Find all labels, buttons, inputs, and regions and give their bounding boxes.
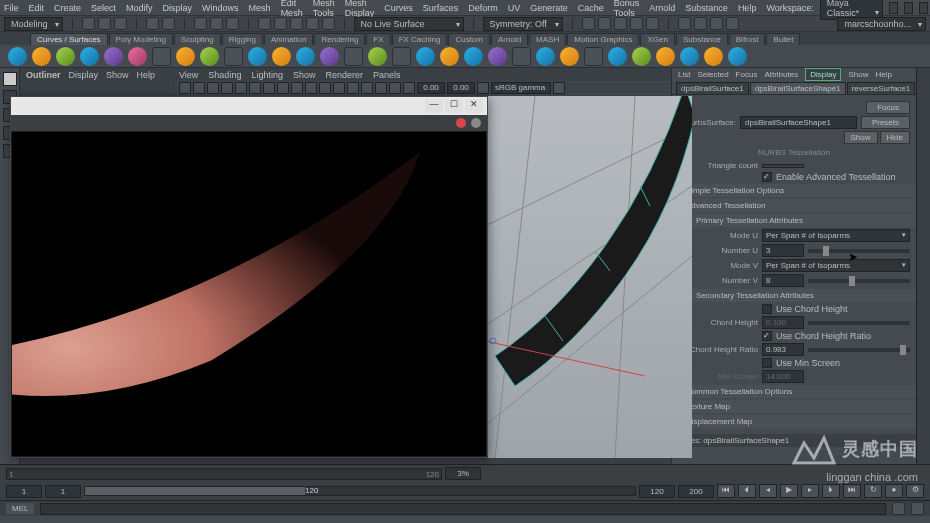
shelf-tab-fx[interactable]: FX xyxy=(366,33,390,45)
advtess-checkbox[interactable] xyxy=(762,172,772,182)
menu-substance[interactable]: Substance xyxy=(685,3,728,13)
vp-view[interactable]: View xyxy=(179,70,198,80)
vp-icon[interactable] xyxy=(277,82,289,94)
range-end[interactable]: 120 xyxy=(639,485,675,498)
menu-mesh[interactable]: Mesh xyxy=(249,3,271,13)
autokey-icon[interactable]: ● xyxy=(885,484,903,498)
stepfwd-icon[interactable]: ⏵ xyxy=(822,484,840,498)
render-titlebar[interactable]: — ☐ ✕ xyxy=(11,97,487,115)
vp-icon[interactable] xyxy=(305,82,317,94)
vp-icon[interactable] xyxy=(319,82,331,94)
shelf-tab-mash[interactable]: MASH xyxy=(529,33,566,45)
shelf-icon[interactable] xyxy=(464,47,483,66)
render-icon[interactable] xyxy=(614,17,627,30)
shelf-icon[interactable] xyxy=(512,47,531,66)
shelf-icon[interactable] xyxy=(416,47,435,66)
node-tab[interactable]: reverseSurface1 xyxy=(847,82,916,94)
min-button[interactable] xyxy=(889,2,898,14)
shelf-icon[interactable] xyxy=(728,47,747,66)
vp-icon[interactable] xyxy=(389,82,401,94)
menu-edit[interactable]: Edit xyxy=(29,3,45,13)
sel-hier-icon[interactable] xyxy=(194,17,207,30)
minscreen-checkbox[interactable] xyxy=(762,358,772,368)
shelf-icon[interactable] xyxy=(704,47,723,66)
snap-plane-icon[interactable] xyxy=(306,17,319,30)
file-save-icon[interactable] xyxy=(114,17,127,30)
attr-selected[interactable]: Selected xyxy=(697,70,728,79)
menu-display[interactable]: Display xyxy=(163,3,193,13)
shelf-icon[interactable] xyxy=(224,47,243,66)
shelf-icon[interactable] xyxy=(440,47,459,66)
vp-icon[interactable] xyxy=(333,82,345,94)
stepback-icon[interactable]: ⏴ xyxy=(738,484,756,498)
sec-advanced[interactable]: Advanced Tessellation xyxy=(672,199,916,212)
ratio-checkbox[interactable] xyxy=(762,331,772,341)
help-line-icon[interactable] xyxy=(911,502,924,515)
menu-cache[interactable]: Cache xyxy=(578,3,604,13)
record-icon[interactable] xyxy=(456,118,466,128)
numv-slider[interactable] xyxy=(808,279,910,283)
outliner-help[interactable]: Help xyxy=(137,70,156,80)
max-button[interactable] xyxy=(904,2,913,14)
show-button[interactable]: Show xyxy=(844,131,878,144)
node-tab[interactable]: dpsBirailSurface1 xyxy=(676,82,749,94)
persp-viewport[interactable] xyxy=(485,96,692,458)
shelf-tab-custom[interactable]: Custom xyxy=(448,33,490,45)
shelf-icon[interactable] xyxy=(560,47,579,66)
vp-icon[interactable] xyxy=(249,82,261,94)
sec-texmap[interactable]: Texture Map xyxy=(672,400,916,413)
shelf-icon[interactable] xyxy=(152,47,171,66)
menu-file[interactable]: File xyxy=(4,3,19,13)
vp-icon[interactable] xyxy=(375,82,387,94)
vp-icon[interactable] xyxy=(179,82,191,94)
gear-icon[interactable] xyxy=(471,118,481,128)
range-start2[interactable]: 1 xyxy=(45,485,81,498)
modev-dropdown[interactable]: Per Span # of Isoparms xyxy=(762,259,910,272)
shelf-icon[interactable] xyxy=(536,47,555,66)
vp-icon[interactable] xyxy=(263,82,275,94)
range-track[interactable]: 120 xyxy=(84,486,636,496)
attr-list[interactable]: List xyxy=(678,70,690,79)
shelf-icon[interactable] xyxy=(608,47,627,66)
nextkey-icon[interactable]: ▸ xyxy=(801,484,819,498)
outliner-display[interactable]: Display xyxy=(69,70,99,80)
shelf-icon[interactable] xyxy=(392,47,411,66)
vp-renderer[interactable]: Renderer xyxy=(325,70,363,80)
panel2-icon[interactable] xyxy=(694,17,707,30)
numu-slider[interactable] xyxy=(808,249,910,253)
shelf-icon[interactable] xyxy=(8,47,27,66)
numv-field[interactable]: 8 xyxy=(762,274,804,287)
snap-curve-icon[interactable] xyxy=(274,17,287,30)
undo-icon[interactable] xyxy=(146,17,159,30)
vp-icon[interactable] xyxy=(193,82,205,94)
shelf-icon[interactable] xyxy=(320,47,339,66)
shelf-icon[interactable] xyxy=(104,47,123,66)
shelf-tab-substance[interactable]: Substance xyxy=(676,33,728,45)
shelf-tab-motion[interactable]: Motion Graphics xyxy=(567,33,639,45)
rw-close-icon[interactable]: ✕ xyxy=(465,99,483,113)
sec-secondary[interactable]: Secondary Tessellation Attributes xyxy=(682,289,916,302)
shelf-icon[interactable] xyxy=(296,47,315,66)
attr-display[interactable]: Display xyxy=(805,68,841,81)
shelf-tab-sculpt[interactable]: Sculpting xyxy=(174,33,221,45)
forward-icon[interactable]: ⏭ xyxy=(843,484,861,498)
shelf-tab-fxcache[interactable]: FX Caching xyxy=(392,33,448,45)
type-field[interactable]: dpsBirailSurfaceShape1 xyxy=(740,116,857,129)
sec-primary[interactable]: Primary Tessellation Attributes xyxy=(682,214,916,227)
presets-button[interactable]: Presets xyxy=(861,116,910,129)
snap-live-icon[interactable] xyxy=(322,17,335,30)
cg-icon[interactable] xyxy=(582,17,595,30)
live-surface[interactable]: No Live Surface xyxy=(354,17,464,31)
shelf-tab-curves[interactable]: Curves / Surfaces xyxy=(30,33,108,45)
ratior-field[interactable]: 0.983 xyxy=(762,343,804,356)
menu-curves[interactable]: Curves xyxy=(384,3,413,13)
menu-arnold[interactable]: Arnold xyxy=(649,3,675,13)
shelf-tab-xgen[interactable]: XGen xyxy=(640,33,674,45)
shelf-icon[interactable] xyxy=(80,47,99,66)
rw-max-icon[interactable]: ☐ xyxy=(445,99,463,113)
menu-create[interactable]: Create xyxy=(54,3,81,13)
sel-obj-icon[interactable] xyxy=(210,17,223,30)
outliner-show[interactable]: Show xyxy=(106,70,129,80)
vp-panels[interactable]: Panels xyxy=(373,70,401,80)
modeu-dropdown[interactable]: Per Span # of Isoparms xyxy=(762,229,910,242)
